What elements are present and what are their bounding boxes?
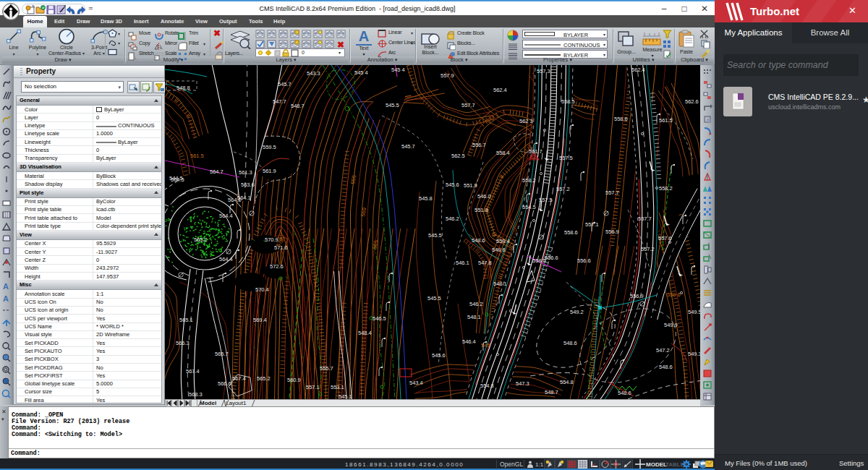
svg-text:549.3: 549.3 xyxy=(688,351,700,357)
svg-text:548.7: 548.7 xyxy=(545,389,558,396)
svg-text:545.5: 545.5 xyxy=(427,295,441,302)
svg-text:A: A xyxy=(3,294,9,303)
svg-text:566.6: 566.6 xyxy=(218,380,231,387)
svg-text:564.7: 564.7 xyxy=(210,168,224,175)
svg-text:547.2: 547.2 xyxy=(656,347,670,354)
svg-text:562.4: 562.4 xyxy=(631,67,645,73)
svg-text:565.2: 565.2 xyxy=(194,236,208,243)
svg-text:548.6: 548.6 xyxy=(659,364,673,370)
svg-text:557.1: 557.1 xyxy=(585,221,599,228)
svg-text:556.6: 556.6 xyxy=(545,255,558,261)
svg-text:545: 545 xyxy=(481,342,490,349)
svg-text:557.2: 557.2 xyxy=(641,246,655,252)
svg-text:549.9: 549.9 xyxy=(664,322,678,328)
svg-text:557.7: 557.7 xyxy=(461,102,475,108)
svg-text:546.1: 546.1 xyxy=(456,260,469,266)
svg-text:568.3: 568.3 xyxy=(189,391,203,398)
svg-text:565.2: 565.2 xyxy=(257,375,271,382)
svg-text:556.6: 556.6 xyxy=(577,257,591,264)
svg-text:567.4: 567.4 xyxy=(186,368,200,375)
svg-text:557.2: 557.2 xyxy=(556,186,570,192)
svg-text:553.1: 553.1 xyxy=(331,384,344,390)
svg-text:557.1: 557.1 xyxy=(306,384,320,390)
svg-text:557.3: 557.3 xyxy=(537,68,550,74)
svg-text:572.6: 572.6 xyxy=(270,263,284,270)
svg-text:562.5: 562.5 xyxy=(451,153,465,159)
svg-text:548.6: 548.6 xyxy=(563,340,577,346)
svg-text:550.6: 550.6 xyxy=(667,291,681,298)
svg-text:561.5: 561.5 xyxy=(659,117,673,124)
svg-text:554.8: 554.8 xyxy=(560,379,574,385)
svg-text:546.2: 546.2 xyxy=(446,215,459,222)
svg-text:557.7: 557.7 xyxy=(638,215,652,222)
svg-text:551.3: 551.3 xyxy=(475,207,488,213)
svg-text:562.6: 562.6 xyxy=(685,98,699,105)
svg-text:567.4: 567.4 xyxy=(232,375,246,382)
svg-text:551.9: 551.9 xyxy=(464,182,477,189)
svg-text:559.5: 559.5 xyxy=(263,144,276,150)
svg-text:548.6: 548.6 xyxy=(618,390,631,396)
svg-text:548.6: 548.6 xyxy=(472,237,485,244)
svg-text:555.7: 555.7 xyxy=(320,365,333,372)
svg-text:558.2: 558.2 xyxy=(659,185,673,192)
svg-text:558.6: 558.6 xyxy=(614,116,628,122)
svg-text:566.3: 566.3 xyxy=(176,340,190,346)
svg-text:561.7: 561.7 xyxy=(529,148,542,155)
svg-text:562.4: 562.4 xyxy=(493,87,507,93)
svg-text:569.4: 569.4 xyxy=(253,317,267,323)
svg-text:546.2: 546.2 xyxy=(469,301,483,307)
svg-text:545.7: 545.7 xyxy=(401,143,415,150)
svg-text:563.6: 563.6 xyxy=(241,181,255,188)
svg-text:545.7: 545.7 xyxy=(278,81,292,87)
svg-text:546.4: 546.4 xyxy=(462,338,476,345)
svg-text:556.9: 556.9 xyxy=(630,293,644,299)
svg-text:556.7: 556.7 xyxy=(472,142,486,148)
svg-text:565.1: 565.1 xyxy=(179,317,193,323)
svg-text:558.5: 558.5 xyxy=(532,257,546,264)
svg-text:545.8: 545.8 xyxy=(419,195,433,202)
svg-text:561.5: 561.5 xyxy=(190,153,204,159)
svg-text:545.5: 545.5 xyxy=(386,102,399,108)
svg-text:561.3: 561.3 xyxy=(239,169,252,176)
svg-text:546.5: 546.5 xyxy=(373,315,386,322)
svg-text:548.8: 548.8 xyxy=(176,85,190,91)
svg-text:✖: ✖ xyxy=(337,40,344,48)
svg-text:543.4: 543.4 xyxy=(409,380,423,386)
svg-text:570.4: 570.4 xyxy=(255,286,269,293)
svg-text:545.6: 545.6 xyxy=(432,352,446,359)
svg-text:548.1: 548.1 xyxy=(493,281,507,287)
svg-text:548.4: 548.4 xyxy=(358,330,372,336)
svg-text:557.7: 557.7 xyxy=(605,189,619,196)
svg-text:545.6: 545.6 xyxy=(446,181,459,188)
svg-text:557.5: 557.5 xyxy=(539,197,553,203)
svg-text:547.3: 547.3 xyxy=(516,380,529,387)
svg-text:558.2: 558.2 xyxy=(522,177,536,184)
svg-text:557.6: 557.6 xyxy=(658,235,672,242)
svg-text:549.2: 549.2 xyxy=(570,309,584,315)
svg-text:546.0: 546.0 xyxy=(477,193,491,200)
svg-text:545.5: 545.5 xyxy=(428,232,442,239)
svg-text:556.9: 556.9 xyxy=(605,228,619,235)
svg-text:565.7: 565.7 xyxy=(215,351,229,357)
svg-text:564.4: 564.4 xyxy=(219,213,233,219)
svg-text:547.8: 547.8 xyxy=(478,260,492,266)
svg-text:557.5: 557.5 xyxy=(559,155,573,161)
svg-text:545.1: 545.1 xyxy=(339,393,352,399)
svg-text:561.9: 561.9 xyxy=(263,168,276,174)
svg-text:548.7: 548.7 xyxy=(291,103,305,109)
svg-text:545 4: 545 4 xyxy=(391,67,405,73)
svg-text:564.0: 564.0 xyxy=(228,197,242,203)
svg-text:558.4: 558.4 xyxy=(496,150,510,156)
svg-text:544.5: 544.5 xyxy=(169,175,183,181)
svg-text:554.8: 554.8 xyxy=(480,383,494,389)
svg-text:548.1: 548.1 xyxy=(467,314,481,320)
svg-text:547.7: 547.7 xyxy=(273,98,286,105)
svg-text:557.9: 557.9 xyxy=(441,72,454,79)
svg-text:564.4: 564.4 xyxy=(219,256,233,262)
svg-text:545 4: 545 4 xyxy=(354,69,368,76)
svg-text:558.6: 558.6 xyxy=(564,229,578,236)
svg-text:549.6: 549.6 xyxy=(492,247,506,253)
svg-text:549.5: 549.5 xyxy=(688,309,700,315)
svg-text:558.4: 558.4 xyxy=(496,238,510,244)
svg-text:543.3: 543.3 xyxy=(307,70,320,77)
